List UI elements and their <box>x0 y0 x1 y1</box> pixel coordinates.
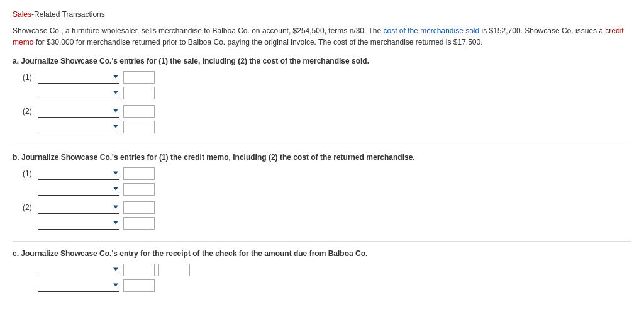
section-b-entry2-dropdown1-wrapper <box>38 201 119 214</box>
intro-text-between: is $152,700. Showcase Co. issues a <box>479 26 605 35</box>
section-b-entry1-dropdown1-wrapper <box>38 167 119 180</box>
section-c-entry-row2 <box>38 279 631 292</box>
section-a-entry2-dropdown1[interactable] <box>38 104 119 117</box>
section-b-entry2-row1: (2) <box>23 201 631 214</box>
section-b-entry2-row2 <box>38 216 631 230</box>
section-c-dropdown1-wrapper <box>38 263 119 276</box>
intro-paragraph: Showcase Co., a furniture wholesaler, se… <box>13 25 631 48</box>
section-a-entry1-dropdown2[interactable] <box>38 86 119 99</box>
section-a-entry2-dropdown2[interactable] <box>38 120 119 133</box>
section-c-amount1[interactable] <box>123 264 155 276</box>
section-c-entry-row1 <box>23 263 631 276</box>
section-a-entry1-row2 <box>38 86 631 99</box>
section-b-label: b. Journalize Showcase Co.'s entries for… <box>13 153 631 162</box>
section-a-entry2-amount1[interactable] <box>123 105 155 118</box>
section-b-entry1-row1: (1) <box>23 167 631 180</box>
section-a-entry2-dropdown2-wrapper <box>38 120 119 133</box>
section-c-amount3[interactable] <box>123 279 155 292</box>
section-c-entry-group <box>23 263 631 292</box>
section-b-entry2-dropdown2[interactable] <box>38 216 119 229</box>
section-a-entry2-dropdown1-wrapper <box>38 104 119 118</box>
section-a-entry1-amount2[interactable] <box>123 87 155 99</box>
section-c-label: c. Journalize Showcase Co.'s entry for t… <box>13 249 631 258</box>
section-c-dropdown2-wrapper <box>38 279 119 292</box>
section-b: b. Journalize Showcase Co.'s entries for… <box>13 153 631 230</box>
section-a-entry1-dropdown1[interactable] <box>38 70 119 83</box>
section-a-entry1-row1: (1) <box>23 70 631 84</box>
section-b-entry1-amount1[interactable] <box>123 167 155 180</box>
section-b-entry2-amount2[interactable] <box>123 217 155 230</box>
section-a-entry1-group: (1) <box>23 70 631 99</box>
section-b-entry1-amount2[interactable] <box>123 183 155 196</box>
section-a-entry1-number: (1) <box>23 73 38 82</box>
section-c-dropdown2[interactable] <box>38 279 119 291</box>
sales-link[interactable]: Sales <box>13 10 31 19</box>
section-a: a. Journalize Showcase Co.'s entries for… <box>13 57 631 133</box>
intro-blue-text: cost of the merchandise sold <box>383 26 479 35</box>
section-b-entry1-dropdown1[interactable] <box>38 167 119 179</box>
section-b-entry1-number: (1) <box>23 169 38 178</box>
section-b-entry1-row2 <box>38 182 631 196</box>
section-a-entry2-group: (2) <box>23 104 631 133</box>
section-divider-bc <box>13 241 631 242</box>
section-c-dropdown1[interactable] <box>38 263 119 276</box>
intro-text-before: Showcase Co., a furniture wholesaler, se… <box>13 26 383 35</box>
section-b-entry2-group: (2) <box>23 201 631 230</box>
section-a-entry2-number: (2) <box>23 107 38 116</box>
section-a-entry1-dropdown1-wrapper <box>38 70 119 84</box>
section-b-entry1-dropdown2[interactable] <box>38 182 119 195</box>
intro-text-after: for $30,000 for merchandise returned pri… <box>33 38 482 47</box>
section-a-entry1-amount1[interactable] <box>123 71 155 84</box>
page-title: Sales-Related Transactions <box>13 10 631 19</box>
section-a-entry2-amount2[interactable] <box>123 121 155 133</box>
section-a-entry2-row2 <box>38 120 631 133</box>
section-b-entry1-dropdown2-wrapper <box>38 182 119 196</box>
section-a-entry1-dropdown2-wrapper <box>38 86 119 99</box>
section-a-label: a. Journalize Showcase Co.'s entries for… <box>13 57 631 65</box>
section-a-entry2-row1: (2) <box>23 104 631 118</box>
section-b-entry2-dropdown2-wrapper <box>38 216 119 230</box>
section-b-entry2-amount1[interactable] <box>123 201 155 214</box>
section-b-entry2-dropdown1[interactable] <box>38 201 119 213</box>
section-c-amount2[interactable] <box>158 264 190 276</box>
section-divider-ab <box>13 145 631 145</box>
section-b-entry2-number: (2) <box>23 203 38 212</box>
section-c: c. Journalize Showcase Co.'s entry for t… <box>13 249 631 292</box>
section-b-entry1-group: (1) <box>23 167 631 196</box>
